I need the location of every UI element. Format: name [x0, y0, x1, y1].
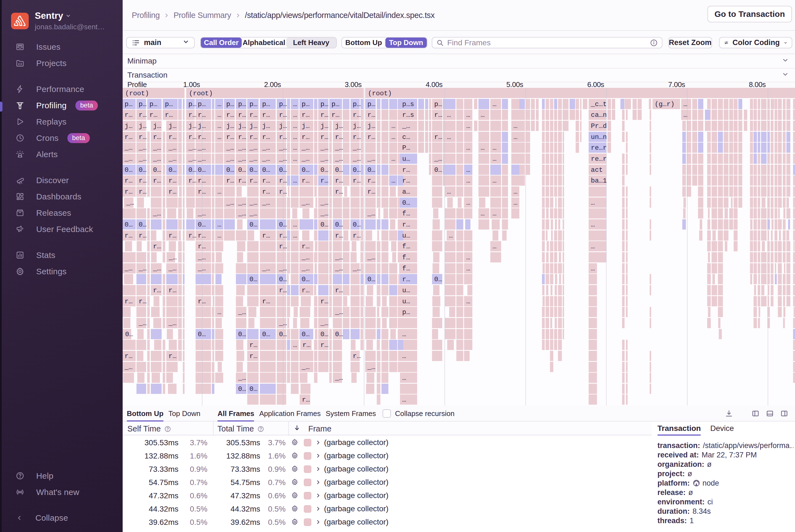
- svg-text:_…: _…: [126, 199, 134, 207]
- svg-text:_…: _…: [197, 254, 206, 261]
- svg-text:0…: 0…: [302, 166, 310, 174]
- svg-text:r…: r…: [249, 133, 258, 141]
- svg-text:…: …: [392, 133, 395, 141]
- svg-text:_…: _…: [335, 254, 343, 261]
- svg-text:p…: p…: [402, 308, 410, 316]
- svg-text:…: …: [493, 144, 496, 152]
- svg-text:(root): (root): [125, 90, 149, 97]
- svg-text:_…: _…: [124, 144, 133, 152]
- svg-text:(root): (root): [368, 90, 392, 97]
- svg-text:r…: r…: [262, 111, 270, 119]
- svg-text:r…: r…: [125, 232, 133, 240]
- svg-text:r…: r…: [169, 353, 176, 360]
- svg-text:…: …: [466, 166, 470, 174]
- svg-text:…: …: [466, 122, 470, 130]
- svg-text:r…: r…: [335, 232, 343, 240]
- svg-text:r…: r…: [198, 243, 206, 250]
- svg-text:_…: _…: [262, 265, 270, 272]
- svg-text:…: …: [293, 341, 297, 349]
- svg-text:…: …: [466, 144, 470, 152]
- svg-text:r…: r…: [302, 243, 310, 250]
- svg-text:_…: _…: [168, 265, 176, 272]
- svg-text:_…: _…: [353, 155, 361, 163]
- svg-text:…: …: [293, 221, 297, 228]
- svg-text:r…: r…: [367, 188, 375, 195]
- svg-text:…: …: [591, 199, 595, 207]
- svg-text:…: …: [481, 144, 485, 152]
- svg-text:r…: r…: [153, 177, 161, 185]
- svg-text:…: …: [493, 155, 496, 163]
- svg-text:…: …: [513, 199, 517, 207]
- svg-text:r…: r…: [125, 353, 133, 360]
- svg-text:r…: r…: [367, 111, 375, 119]
- svg-text:_…: _…: [320, 320, 328, 327]
- svg-text:0…: 0…: [279, 166, 287, 174]
- svg-text:r…: r…: [198, 111, 206, 119]
- svg-text:…: …: [293, 144, 297, 152]
- svg-text:0…: 0…: [198, 331, 206, 338]
- svg-text:r…: r…: [335, 177, 343, 185]
- svg-text:0…: 0…: [125, 221, 133, 228]
- svg-text:_…: _…: [197, 265, 206, 272]
- svg-text:0…: 0…: [302, 331, 310, 338]
- svg-text:0…: 0…: [125, 331, 133, 338]
- svg-text:…: …: [402, 396, 406, 403]
- svg-text:r…: r…: [188, 133, 196, 141]
- svg-text:p…: p…: [434, 100, 442, 108]
- svg-text:p…: p…: [353, 100, 361, 108]
- svg-text:r…: r…: [279, 111, 287, 119]
- svg-text:…: …: [449, 232, 453, 240]
- svg-text:r…: r…: [139, 188, 147, 195]
- svg-text:0…: 0…: [238, 385, 246, 393]
- svg-text:_…: _…: [320, 155, 328, 163]
- svg-text:r…: r…: [169, 133, 176, 141]
- svg-text:…: …: [293, 133, 297, 141]
- svg-text:…: …: [217, 100, 221, 108]
- svg-text:j…: j…: [238, 122, 246, 130]
- svg-text:0…: 0…: [249, 166, 258, 174]
- svg-text:_…: _…: [262, 199, 270, 207]
- svg-text:_…: _…: [335, 144, 343, 152]
- svg-text:r…: r…: [402, 177, 410, 185]
- svg-text:r…: r…: [188, 111, 196, 119]
- svg-text:r…: r…: [188, 177, 196, 185]
- svg-text:r…: r…: [249, 341, 258, 349]
- svg-text:…: …: [493, 177, 496, 185]
- svg-text:…: …: [481, 111, 485, 119]
- svg-text:_…: _…: [320, 144, 328, 152]
- svg-text:…: …: [217, 122, 221, 130]
- svg-text:r…: r…: [139, 111, 147, 119]
- svg-text:un…n: un…n: [591, 133, 607, 141]
- svg-text:r…: r…: [434, 111, 442, 119]
- svg-text:0…: 0…: [262, 166, 270, 174]
- svg-text:0…: 0…: [153, 166, 161, 174]
- svg-text:p…: p…: [332, 100, 340, 108]
- svg-text:u…: u…: [402, 155, 410, 163]
- svg-text:(g…r): (g…r): [655, 100, 675, 108]
- svg-text:_…: _…: [279, 155, 287, 163]
- svg-text:j…: j…: [153, 122, 161, 130]
- svg-text:j…: j…: [353, 122, 361, 130]
- svg-text:_…: _…: [153, 144, 161, 152]
- svg-text:r…: r…: [249, 111, 258, 119]
- svg-text:0…: 0…: [249, 221, 258, 228]
- svg-text:_…: _…: [249, 199, 258, 207]
- svg-text:…: …: [293, 232, 297, 240]
- svg-text:…: …: [217, 308, 221, 316]
- svg-text:u…: u…: [402, 232, 410, 240]
- svg-text:p…: p…: [125, 100, 133, 108]
- svg-text:0…: 0…: [226, 166, 234, 174]
- svg-text:r…: r…: [402, 221, 410, 228]
- svg-text:…: …: [392, 122, 395, 130]
- svg-text:j…: j…: [125, 122, 133, 130]
- svg-text:r…: r…: [125, 188, 133, 195]
- svg-text:_…: _…: [124, 363, 133, 371]
- svg-text:_…: _…: [197, 144, 206, 152]
- svg-text:a…: a…: [402, 188, 410, 195]
- svg-text:…: …: [217, 188, 221, 195]
- svg-text:…: …: [293, 155, 297, 163]
- svg-text:_…: _…: [320, 199, 328, 207]
- svg-text:r…: r…: [249, 353, 258, 360]
- svg-text:r…: r…: [188, 232, 196, 240]
- svg-text:_…: _…: [153, 265, 161, 272]
